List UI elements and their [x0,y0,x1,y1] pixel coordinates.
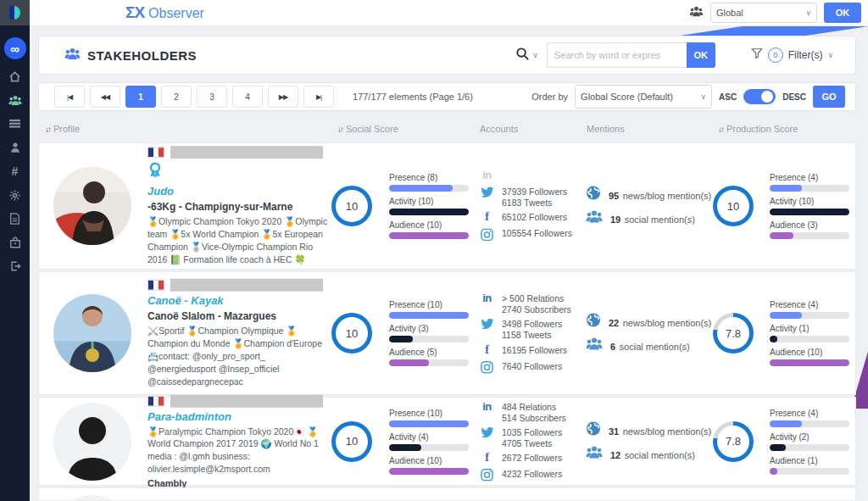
profile-location: Chambly [147,478,334,488]
linkedin-icon: in [480,401,494,411]
france-flag-icon [147,147,164,158]
social-score-ring: 10 [331,313,372,353]
app-window: ∞ # [0,0,868,501]
stakeholder-row-partial [38,487,856,501]
filter-count-badge: 0 [768,47,783,63]
facebook-icon: f [480,453,494,464]
column-header-profile[interactable]: ↓↑Profile [45,124,80,134]
france-flag-icon [147,280,164,291]
chevron-down-icon: ∨ [805,8,811,17]
pagination-bar: |◀ ◀◀ 1 2 3 4 ▶▶ ▶| 177/177 elements (Pa… [38,82,856,111]
stakeholder-list: Judo -63Kg - Champigny-sur-Marne 🏅Olympi… [38,142,856,501]
page-button-1[interactable]: 1 [125,86,156,108]
go-button[interactable]: GO [813,86,845,108]
globe-icon [586,186,601,204]
sort-icon: ↓↑ [337,125,342,134]
logo-d-icon [9,6,20,19]
column-header-social-score[interactable]: ↓↑Social Score [337,124,398,134]
bag-icon[interactable] [8,236,22,249]
sport-link[interactable]: Para-badminton [147,409,334,422]
stakeholder-row[interactable]: Canoë - Kayak Canoë Slalom - Mazargues ⚔… [38,271,856,395]
first-page-button[interactable]: |◀ [54,86,85,108]
stakeholder-row[interactable]: Para-badminton 🏅Paralympic Champion Toky… [38,397,856,486]
globe-icon [586,313,601,331]
column-header-mentions: Mentions [587,124,625,134]
profile-subtitle: -63Kg - Champigny-sur-Marne [147,201,334,213]
search-ok-button[interactable]: OK [687,42,715,68]
facebook-icon: f [480,344,494,355]
mentions-column: 31 news/blog mention(s) 12 social mentio… [586,415,726,468]
mentions-column: 22 news/blog mention(s) 6 social mention… [586,307,726,360]
users-icon [64,47,81,64]
page-button-3[interactable]: 3 [197,86,227,108]
facebook-icon: f [480,213,494,224]
desc-label: DESC [782,92,806,102]
social-group-icon [586,210,603,227]
home-icon[interactable] [8,70,22,83]
hashtag-icon[interactable]: # [8,164,22,178]
brand-logo[interactable]: ΣX Observer [125,3,204,22]
sigma-x-logo-icon: ΣX [125,3,144,22]
next-page-button[interactable]: ▶▶ [268,86,298,108]
production-score-bars: Presence (4) Activity (2) Audience (1) [770,409,849,475]
profile-bio: 🏅Olympic Champion Tokyo 2020 🏅Olympic te… [147,215,334,266]
profile-bio: ⚔️Sportif 🏅Champion Olympique 🏅Champion … [147,325,334,388]
sport-link[interactable]: Canoë - Kayak [147,294,334,307]
last-page-button[interactable]: ▶| [303,86,334,108]
production-score-ring: 7.8 [713,421,754,462]
document-icon[interactable] [8,212,22,225]
globe-icon [586,420,601,439]
infinity-icon: ∞ [10,42,19,56]
mentions-column: 95 news/blog mention(s) 19 social mentio… [586,180,726,233]
stakeholder-row[interactable]: Judo -63Kg - Champigny-sur-Marne 🏅Olympi… [38,142,856,270]
prev-page-button[interactable]: ◀◀ [90,86,120,108]
instagram-icon [480,469,494,482]
redacted-name [170,146,323,159]
search-scope-dropdown[interactable]: ∨ [515,47,538,64]
profile-photo [53,495,131,501]
social-score-bars: Presence (10) Activity (3) Audience (5) [389,300,469,366]
asc-label: ASC [719,92,737,102]
redacted-name [170,394,323,407]
filters-dropdown[interactable]: 0 Filter(s) ∨ [751,47,833,63]
group-icon [689,5,704,20]
sidebar: ∞ # [0,0,30,501]
chevron-down-icon: ∨ [532,51,538,59]
column-header-production-score[interactable]: ↓↑Production Score [718,124,798,134]
settings-gear-icon[interactable] [8,188,22,202]
profile-bio: 🏅Paralympic Champion Tokyo 2020🇯🇵 🏅World… [147,425,334,476]
instagram-icon [480,360,494,373]
social-score-ring: 10 [331,421,372,462]
search-input[interactable] [547,42,687,68]
page-button-4[interactable]: 4 [232,86,263,108]
profile-photo[interactable] [53,167,131,245]
redacted-name [170,279,323,292]
logout-icon[interactable] [8,259,22,273]
france-flag-icon [147,395,164,406]
twitter-icon [480,319,494,330]
app-logo[interactable] [0,0,30,25]
profile-photo[interactable] [53,403,131,481]
list-icon[interactable] [8,117,22,131]
topbar: ΣX Observer Global∨ OK [30,0,868,26]
asc-desc-toggle[interactable] [743,89,776,104]
page-button-2[interactable]: 2 [161,86,192,108]
instagram-icon [480,229,494,242]
sort-icon: ↓↑ [718,125,723,134]
stakeholders-icon[interactable] [8,93,22,107]
order-by-select[interactable]: Global Score (Default)∨ [575,85,712,109]
person-icon[interactable] [8,141,22,154]
profile-photo[interactable] [53,294,131,372]
accounts-column: in 37939 Followers6183 Tweets f 65102 Fo… [480,167,598,244]
production-score-bars: Presence (4) Activity (10) Audience (3) [770,173,849,239]
sport-link[interactable]: Judo [147,185,334,198]
scope-select[interactable]: Global∨ [710,3,817,23]
twitter-icon [480,427,494,438]
twitter-icon [480,186,494,198]
toggle-knob [761,91,773,103]
social-score-bars: Presence (8) Activity (10) Audience (10) [389,173,469,239]
scope-ok-button[interactable]: OK [824,3,861,23]
sidebar-item-observer[interactable]: ∞ [4,37,26,59]
production-score-ring: 7.8 [713,313,754,353]
social-score-ring: 10 [331,186,372,226]
